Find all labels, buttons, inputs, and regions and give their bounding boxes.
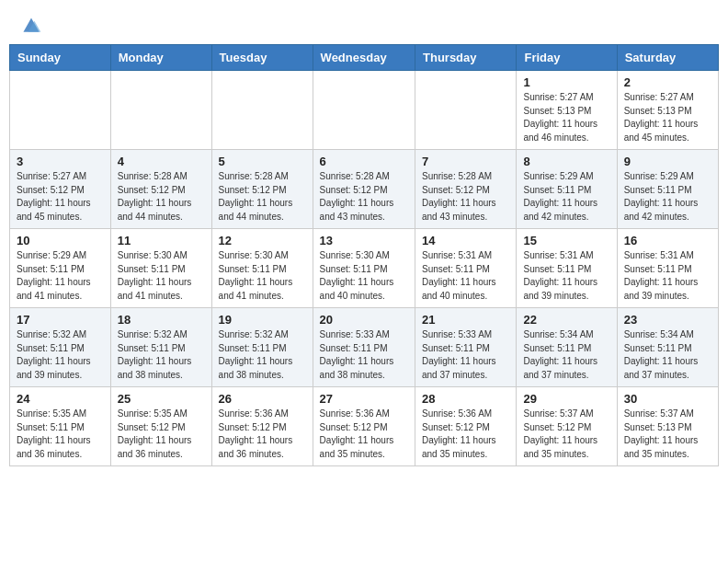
day-number: 19 — [219, 313, 306, 327]
day-info: Sunrise: 5:35 AM Sunset: 5:11 PM Dayligh… — [17, 408, 104, 461]
day-number: 5 — [219, 155, 306, 168]
calendar-cell: 23Sunrise: 5:34 AM Sunset: 5:11 PM Dayli… — [617, 308, 718, 387]
day-number: 17 — [17, 313, 104, 327]
calendar-cell: 14Sunrise: 5:31 AM Sunset: 5:11 PM Dayli… — [415, 229, 517, 308]
day-info: Sunrise: 5:31 AM Sunset: 5:11 PM Dayligh… — [624, 249, 711, 303]
calendar-cell: 20Sunrise: 5:33 AM Sunset: 5:11 PM Dayli… — [313, 308, 415, 387]
calendar-cell: 17Sunrise: 5:32 AM Sunset: 5:11 PM Dayli… — [10, 308, 111, 387]
calendar-cell: 30Sunrise: 5:37 AM Sunset: 5:13 PM Dayli… — [617, 387, 718, 466]
calendar-day-header: Saturday — [617, 45, 718, 71]
calendar-day-header: Thursday — [415, 45, 517, 71]
day-info: Sunrise: 5:36 AM Sunset: 5:12 PM Dayligh… — [320, 408, 408, 461]
day-info: Sunrise: 5:31 AM Sunset: 5:11 PM Dayligh… — [422, 249, 509, 303]
day-info: Sunrise: 5:35 AM Sunset: 5:12 PM Dayligh… — [118, 408, 205, 461]
calendar-cell: 22Sunrise: 5:34 AM Sunset: 5:11 PM Dayli… — [517, 308, 617, 387]
day-info: Sunrise: 5:28 AM Sunset: 5:12 PM Dayligh… — [219, 170, 306, 224]
logo-icon — [20, 15, 42, 37]
day-number: 30 — [624, 392, 711, 406]
calendar-cell: 3Sunrise: 5:27 AM Sunset: 5:12 PM Daylig… — [10, 150, 111, 229]
logo — [18, 15, 42, 37]
calendar-cell — [110, 71, 211, 150]
calendar-cell: 18Sunrise: 5:32 AM Sunset: 5:11 PM Dayli… — [110, 308, 211, 387]
day-info: Sunrise: 5:36 AM Sunset: 5:12 PM Dayligh… — [219, 408, 306, 461]
day-number: 18 — [118, 313, 205, 327]
day-number: 26 — [219, 392, 306, 406]
day-number: 21 — [422, 313, 509, 327]
calendar-cell — [211, 71, 313, 150]
day-info: Sunrise: 5:30 AM Sunset: 5:11 PM Dayligh… — [219, 249, 306, 303]
day-info: Sunrise: 5:33 AM Sunset: 5:11 PM Dayligh… — [320, 328, 408, 382]
calendar-week-row: 10Sunrise: 5:29 AM Sunset: 5:11 PM Dayli… — [10, 229, 719, 308]
day-info: Sunrise: 5:32 AM Sunset: 5:11 PM Dayligh… — [219, 328, 306, 382]
day-number: 28 — [422, 392, 509, 406]
calendar-cell: 29Sunrise: 5:37 AM Sunset: 5:12 PM Dayli… — [517, 387, 617, 466]
day-number: 7 — [422, 155, 509, 168]
day-info: Sunrise: 5:34 AM Sunset: 5:11 PM Dayligh… — [624, 328, 711, 382]
calendar-cell: 28Sunrise: 5:36 AM Sunset: 5:12 PM Dayli… — [415, 387, 517, 466]
calendar-cell: 1Sunrise: 5:27 AM Sunset: 5:13 PM Daylig… — [517, 71, 617, 150]
day-number: 20 — [320, 313, 408, 327]
calendar-cell: 8Sunrise: 5:29 AM Sunset: 5:11 PM Daylig… — [517, 150, 617, 229]
day-number: 24 — [17, 392, 104, 406]
calendar-week-row: 3Sunrise: 5:27 AM Sunset: 5:12 PM Daylig… — [10, 150, 719, 229]
calendar-cell: 2Sunrise: 5:27 AM Sunset: 5:13 PM Daylig… — [617, 71, 718, 150]
day-info: Sunrise: 5:36 AM Sunset: 5:12 PM Dayligh… — [422, 408, 509, 461]
calendar-cell — [313, 71, 415, 150]
calendar-cell: 11Sunrise: 5:30 AM Sunset: 5:11 PM Dayli… — [110, 229, 211, 308]
day-info: Sunrise: 5:32 AM Sunset: 5:11 PM Dayligh… — [17, 328, 104, 382]
day-info: Sunrise: 5:29 AM Sunset: 5:11 PM Dayligh… — [17, 249, 104, 303]
calendar-cell: 9Sunrise: 5:29 AM Sunset: 5:11 PM Daylig… — [617, 150, 718, 229]
calendar-day-header: Sunday — [10, 45, 111, 71]
calendar-cell: 15Sunrise: 5:31 AM Sunset: 5:11 PM Dayli… — [517, 229, 617, 308]
calendar-cell: 26Sunrise: 5:36 AM Sunset: 5:12 PM Dayli… — [211, 387, 313, 466]
calendar-cell: 24Sunrise: 5:35 AM Sunset: 5:11 PM Dayli… — [10, 387, 111, 466]
calendar-cell: 25Sunrise: 5:35 AM Sunset: 5:12 PM Dayli… — [110, 387, 211, 466]
day-info: Sunrise: 5:27 AM Sunset: 5:13 PM Dayligh… — [523, 91, 609, 144]
calendar-cell: 13Sunrise: 5:30 AM Sunset: 5:11 PM Dayli… — [313, 229, 415, 308]
day-info: Sunrise: 5:37 AM Sunset: 5:13 PM Dayligh… — [624, 408, 711, 461]
day-number: 8 — [523, 155, 609, 168]
day-number: 1 — [523, 75, 609, 89]
day-info: Sunrise: 5:32 AM Sunset: 5:11 PM Dayligh… — [118, 328, 205, 382]
calendar-cell: 6Sunrise: 5:28 AM Sunset: 5:12 PM Daylig… — [313, 150, 415, 229]
day-info: Sunrise: 5:27 AM Sunset: 5:13 PM Dayligh… — [624, 91, 711, 144]
day-number: 10 — [17, 234, 104, 247]
day-info: Sunrise: 5:29 AM Sunset: 5:11 PM Dayligh… — [624, 170, 711, 224]
day-number: 14 — [422, 234, 509, 247]
calendar-day-header: Monday — [110, 45, 211, 71]
calendar-cell: 27Sunrise: 5:36 AM Sunset: 5:12 PM Dayli… — [313, 387, 415, 466]
calendar-day-header: Wednesday — [313, 45, 415, 71]
day-info: Sunrise: 5:30 AM Sunset: 5:11 PM Dayligh… — [320, 249, 408, 303]
calendar-table: SundayMondayTuesdayWednesdayThursdayFrid… — [9, 44, 719, 466]
day-info: Sunrise: 5:27 AM Sunset: 5:12 PM Dayligh… — [17, 170, 104, 224]
calendar-cell — [415, 71, 517, 150]
day-number: 29 — [523, 392, 609, 406]
day-info: Sunrise: 5:28 AM Sunset: 5:12 PM Dayligh… — [320, 170, 408, 224]
day-number: 25 — [118, 392, 205, 406]
calendar-week-row: 24Sunrise: 5:35 AM Sunset: 5:11 PM Dayli… — [10, 387, 719, 466]
day-info: Sunrise: 5:33 AM Sunset: 5:11 PM Dayligh… — [422, 328, 509, 382]
day-number: 2 — [624, 75, 711, 89]
day-number: 13 — [320, 234, 408, 247]
calendar-cell: 5Sunrise: 5:28 AM Sunset: 5:12 PM Daylig… — [211, 150, 313, 229]
calendar-week-row: 17Sunrise: 5:32 AM Sunset: 5:11 PM Dayli… — [10, 308, 719, 387]
day-number: 15 — [523, 234, 609, 247]
day-info: Sunrise: 5:34 AM Sunset: 5:11 PM Dayligh… — [523, 328, 609, 382]
day-number: 3 — [17, 155, 104, 168]
day-number: 12 — [219, 234, 306, 247]
day-number: 9 — [624, 155, 711, 168]
calendar-day-header: Tuesday — [211, 45, 313, 71]
day-number: 27 — [320, 392, 408, 406]
calendar-day-header: Friday — [517, 45, 617, 71]
day-number: 22 — [523, 313, 609, 327]
day-info: Sunrise: 5:30 AM Sunset: 5:11 PM Dayligh… — [118, 249, 205, 303]
calendar-cell: 4Sunrise: 5:28 AM Sunset: 5:12 PM Daylig… — [110, 150, 211, 229]
day-info: Sunrise: 5:28 AM Sunset: 5:12 PM Dayligh… — [118, 170, 205, 224]
day-info: Sunrise: 5:31 AM Sunset: 5:11 PM Dayligh… — [523, 249, 609, 303]
day-number: 16 — [624, 234, 711, 247]
day-info: Sunrise: 5:37 AM Sunset: 5:12 PM Dayligh… — [523, 408, 609, 461]
calendar-header-row: SundayMondayTuesdayWednesdayThursdayFrid… — [10, 45, 719, 71]
day-info: Sunrise: 5:29 AM Sunset: 5:11 PM Dayligh… — [523, 170, 609, 224]
calendar-cell: 16Sunrise: 5:31 AM Sunset: 5:11 PM Dayli… — [617, 229, 718, 308]
day-info: Sunrise: 5:28 AM Sunset: 5:12 PM Dayligh… — [422, 170, 509, 224]
